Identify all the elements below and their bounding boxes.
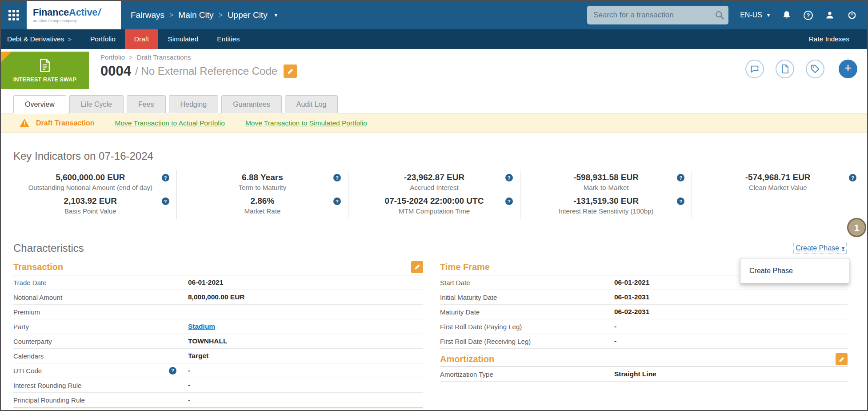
row-label: Party [13,323,188,330]
row-value: 06-01-2021 [614,278,649,286]
comments-button[interactable] [745,60,764,78]
indicator-value: 2,103.92 EUR [20,196,160,206]
title-block: Portfolio>Draft Transactions 0004 / No E… [100,53,297,79]
link-move-transaction-to-actual-portfolio[interactable]: Move Transaction to Actual Portfolio [115,119,225,127]
row-label: Interest Rounding Rule [13,382,188,389]
help-icon[interactable]: ? [804,11,813,20]
nav-item-debt-derivatives[interactable]: Debt & Derivatives> [1,29,81,49]
indicator-label: Mark-to-Market [536,184,676,191]
user-account-icon[interactable] [824,10,835,20]
row-label: Notional Amount [13,294,188,301]
help-icon[interactable]: ? [677,174,684,181]
table-row: UTI Code?- [13,363,423,378]
transaction-table: Transaction Trade Date06-01-2021Notional… [13,259,423,408]
finance-active-logo[interactable]: FinanceActive/ an Altus Group company [27,1,121,29]
create-phase-dropdown-button[interactable]: Create Phase ▾ [794,243,846,253]
page-breadcrumb-item[interactable]: Portfolio [100,53,125,61]
indicator-label: Outstanding Notional Amount (end of day) [20,184,160,191]
top-bar: FinanceActive/ an Altus Group company Fa… [1,1,867,29]
help-icon[interactable]: ? [333,174,341,181]
party-link[interactable]: Stadium [188,322,215,330]
key-indicator: 6.88 Years?Term to Maturity [177,171,348,195]
create-phase-menu: Create Phase [740,258,849,284]
nav-item-label: Portfolio [90,35,116,43]
search-icon[interactable] [715,10,724,22]
indicator-label: Clean Market Value [708,184,848,191]
row-value: 06-02-2031 [614,308,649,316]
breadcrumb-separator-icon: > [129,53,133,61]
tab-guarantees[interactable]: Guarantees [221,95,282,113]
help-icon[interactable]: ? [505,197,513,205]
indicator-label: Term to Maturity [193,184,332,191]
table-row: PartyStadium [13,319,423,334]
indicator-value: 6.88 Years [193,173,332,182]
main-nav: Debt & Derivatives>PortfolioDraftSimulat… [1,29,249,49]
table-row: Premium [13,305,423,319]
logo-wordmark: FinanceActive/ [33,8,121,17]
app-launcher-icon[interactable] [8,10,19,20]
nav-item-draft[interactable]: Draft [125,29,159,49]
key-indicator-column: -23,962.87 EUR?Accrued Interest07-15-202… [348,170,520,219]
indicator-label: Interest Rate Sensitivity (100bp) [536,207,676,215]
top-bar-right: EN-US▾ ? [587,6,867,24]
edit-amortization-button[interactable] [836,353,848,365]
tab-hedging[interactable]: Hedging [169,95,219,113]
annotation-step-badge: 1 [847,218,866,237]
logout-power-icon[interactable] [847,10,857,20]
table-row: Trade Date06-01-2021 [13,275,423,290]
nav-item-entities[interactable]: Entities [208,29,249,49]
table-row: Interest Rounding Rule- [13,378,423,393]
breadcrumb-item-upper-city[interactable]: Upper City [228,10,268,20]
banner-links: Move Transaction to Actual PortfolioMove… [115,119,388,127]
tab-audit-log[interactable]: Audit Log [285,95,338,113]
table-row: First Roll Date (Receiving Leg)- [440,334,848,349]
nav-item-simulated[interactable]: Simulated [158,29,208,49]
indicator-value: -574,968.71 EUR [708,173,848,182]
row-value: Straight Line [614,370,656,378]
help-icon[interactable]: ? [505,174,513,181]
help-icon[interactable]: ? [849,174,856,181]
logo-subtitle: an Altus Group company [33,19,121,23]
tab-fees[interactable]: Fees [127,95,166,113]
transaction-search-input[interactable] [587,6,728,24]
edit-transaction-button[interactable] [411,261,423,273]
amortization-table-rows: Amortization TypeStraight Line [440,367,848,382]
help-icon[interactable]: ? [162,174,169,181]
row-value: 06-01-2031 [614,293,649,301]
help-icon[interactable]: ? [162,197,169,205]
tab-bar: OverviewLife CycleFeesHedgingGuaranteesA… [1,89,867,113]
tab-life-cycle[interactable]: Life Cycle [69,95,124,113]
tab-overview[interactable]: Overview [13,95,66,113]
link-move-transaction-to-simulated-portfolio[interactable]: Move Transaction to Simulated Portfolio [245,119,367,127]
notifications-bell-icon[interactable] [781,10,792,20]
nav-item-portfolio[interactable]: Portfolio [81,29,125,49]
nav-item-rate-indexes[interactable]: Rate Indexes [791,29,867,49]
row-value: - [188,381,190,389]
row-label-text: Start Date [440,279,470,286]
app-window: FinanceActive/ an Altus Group company Fa… [0,0,868,411]
swap-document-icon [38,58,52,74]
help-icon[interactable]: ? [169,367,176,375]
row-value: - [188,367,190,375]
tags-button[interactable] [806,60,824,78]
help-icon[interactable]: ? [677,197,684,205]
menu-item-create-phase[interactable]: Create Phase [740,262,849,280]
chevron-right-icon: > [68,36,72,43]
breadcrumb-item-main-city[interactable]: Main City [178,10,213,20]
documents-button[interactable] [776,60,794,78]
row-label: First Roll Date (Paying Leg) [440,323,614,330]
table-row: Notional Amount8,000,000.00 EUR [13,290,423,305]
row-label: Initial Maturity Date [440,294,614,301]
locale-selector[interactable]: EN-US▾ [740,11,770,19]
help-icon[interactable]: ? [333,197,341,205]
row-value: - [188,396,190,404]
breadcrumb-item-fairways[interactable]: Fairways [131,10,164,20]
key-indicator-column: 6.88 Years?Term to Maturity2.86%?Market … [176,170,348,219]
add-button[interactable]: + [839,60,857,78]
row-label-text: Interest Rounding Rule [13,382,81,389]
row-value: - [614,337,616,345]
edit-reference-button[interactable] [284,64,297,78]
row-label-text: Trade Date [13,279,46,286]
title-line: 0004 / No External Reference Code [100,63,297,79]
chevron-down-icon: ▾ [767,12,770,18]
